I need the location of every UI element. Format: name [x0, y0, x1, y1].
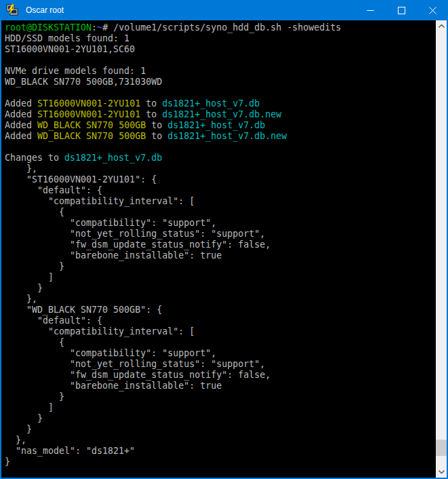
terminal-line: ] [5, 272, 436, 283]
terminal-text-segment: "not_yet_rolling_status": "support", [5, 359, 265, 369]
chevron-up-icon [439, 24, 445, 28]
window-title: Oscar root [26, 5, 64, 15]
terminal-text-segment: Added [5, 131, 37, 141]
terminal-line: "compatibility_interval": [ [5, 196, 436, 207]
terminal-text-segment: "compatibility": "support", [5, 218, 216, 228]
terminal-text-segment: "WD_BLACK SN770 500GB": { [5, 305, 162, 315]
terminal-line: }, [5, 435, 436, 446]
terminal-text-segment: "compatibility": "support", [5, 348, 216, 358]
terminal-text-segment: WD_BLACK SN770 500GB [37, 120, 146, 130]
terminal-text-segment: "compatibility_interval": [ [5, 196, 195, 206]
terminal-text-segment: }, [5, 164, 37, 174]
terminal-text-segment: "fw_dsm_update_status_notify": false, [5, 240, 270, 250]
terminal-text-segment: HDD/SSD models found: 1 [5, 33, 129, 43]
titlebar[interactable]: Oscar root [0, 0, 448, 20]
close-button[interactable] [417, 0, 448, 20]
terminal-text-segment: ds1821+_host_v7.db [167, 120, 265, 130]
terminal-line: { [5, 337, 436, 348]
terminal-text-segment: } [5, 391, 64, 402]
scroll-up-button[interactable] [436, 20, 447, 32]
terminal-line: } [5, 261, 436, 272]
terminal-line: "compatibility": "support", [5, 218, 436, 229]
terminal-line [5, 55, 436, 66]
terminal-text-segment: ] [5, 402, 54, 413]
terminal-line: } [5, 391, 436, 402]
terminal-text-segment: } [5, 457, 10, 467]
terminal-line: "compatibility_interval": [ [5, 326, 436, 337]
terminal-line: Added ST16000VN001-2YU101 to ds1821+_hos… [5, 109, 436, 120]
terminal-text-segment: : [91, 22, 97, 33]
terminal-text-segment: ds1821+_host_v7.db.new [162, 109, 281, 119]
terminal-text-segment: }, [5, 294, 37, 304]
terminal-text-segment: } [5, 413, 43, 423]
terminal-text-segment: "ST16000VN001-2YU101": { [5, 174, 157, 185]
terminal-text-segment: root@DISKSTATION [5, 22, 91, 33]
terminal-text-segment: to [146, 120, 167, 130]
maximize-button[interactable] [386, 0, 417, 20]
terminal-text-segment: }, [5, 435, 26, 445]
maximize-icon [398, 7, 405, 14]
minimize-button[interactable] [354, 0, 386, 20]
putty-icon [6, 4, 18, 16]
terminal-output[interactable]: root@DISKSTATION:~# /volume1/scripts/syn… [1, 20, 436, 478]
terminal-line: Added WD_BLACK SN770 500GB to ds1821+_ho… [5, 120, 436, 131]
putty-window: Oscar root root@DISKSTATION:~# /volume1/… [0, 0, 448, 479]
terminal-text-segment: ds1821+_host_v7.db.new [167, 131, 287, 141]
terminal-text-segment: Changes to [5, 153, 64, 163]
terminal-text-segment: "default": { [5, 315, 102, 326]
terminal-line: "not_yet_rolling_status": "support", [5, 359, 436, 370]
terminal-line: Changes to ds1821+_host_v7.db [5, 153, 436, 164]
terminal-text-segment: to [140, 98, 162, 109]
scroll-down-button[interactable] [436, 466, 447, 478]
terminal-text-segment: ST16000VN001-2YU101,SC60 [5, 44, 135, 54]
terminal-line: "compatibility": "support", [5, 348, 436, 359]
terminal-text-segment: ds1821+_host_v7.db [162, 98, 260, 109]
terminal-text-segment: ST16000VN001-2YU101 [37, 109, 140, 119]
terminal-line: } [5, 413, 436, 424]
terminal-line: "barebone_installable": true [5, 250, 436, 261]
terminal-line: WD_BLACK SN770 500GB,731030WD [5, 77, 436, 88]
terminal-line: Added ST16000VN001-2YU101 to ds1821+_hos… [5, 98, 436, 109]
terminal-text-segment: { [5, 207, 64, 217]
chevron-down-icon [439, 470, 445, 474]
terminal-line: } [5, 457, 436, 467]
terminal-line: "not_yet_rolling_status": "support", [5, 229, 436, 240]
terminal-text-segment: ST16000VN001-2YU101 [37, 98, 140, 109]
terminal-text-segment: ds1821+_host_v7.db [64, 153, 162, 163]
terminal-text-segment: "compatibility_interval": [ [5, 326, 195, 337]
terminal-text-segment: Added [5, 120, 37, 130]
terminal-line: ST16000VN001-2YU101,SC60 [5, 44, 436, 55]
terminal-text-segment: } [5, 261, 64, 271]
terminal-line: Added WD_BLACK SN770 500GB to ds1821+_ho… [5, 131, 436, 142]
terminal-line: { [5, 207, 436, 218]
terminal-text-segment: "default": { [5, 185, 102, 195]
scrollbar-thumb[interactable] [436, 440, 447, 456]
close-icon [429, 7, 436, 14]
terminal-text-segment: "barebone_installable": true [5, 250, 222, 261]
terminal-text-segment: WD_BLACK SN770 500GB [37, 131, 146, 141]
terminal-line: NVMe drive models found: 1 [5, 66, 436, 77]
terminal-text-segment: "barebone_installable": true [5, 381, 222, 391]
terminal-text-segment: } [5, 424, 32, 434]
terminal-line: "WD_BLACK SN770 500GB": { [5, 305, 436, 315]
terminal-text-segment: WD_BLACK SN770 500GB,731030WD [5, 77, 162, 87]
minimize-icon [367, 7, 374, 14]
terminal-text-segment: "fw_dsm_update_status_notify": false, [5, 370, 270, 380]
terminal-text-segment: Added [5, 98, 37, 109]
terminal-text-segment: Added [5, 109, 37, 119]
scrollbar[interactable] [436, 20, 447, 478]
terminal-line: "default": { [5, 185, 436, 196]
terminal-line: } [5, 283, 436, 294]
terminal-text-segment: } [5, 283, 43, 293]
terminal-line: root@DISKSTATION:~# /volume1/scripts/syn… [5, 22, 436, 33]
terminal-line [5, 88, 436, 98]
window-body: root@DISKSTATION:~# /volume1/scripts/syn… [1, 20, 447, 478]
terminal-line: }, [5, 294, 436, 305]
terminal-text-segment: # /volume1/scripts/syno_hdd_db.sh -showe… [102, 22, 341, 33]
terminal-line: "barebone_installable": true [5, 381, 436, 391]
terminal-line: "default": { [5, 315, 436, 326]
terminal-line: "fw_dsm_update_status_notify": false, [5, 370, 436, 381]
terminal-line: }, [5, 164, 436, 174]
terminal-text-segment: ~ [97, 22, 102, 33]
terminal-line: HDD/SSD models found: 1 [5, 33, 436, 44]
